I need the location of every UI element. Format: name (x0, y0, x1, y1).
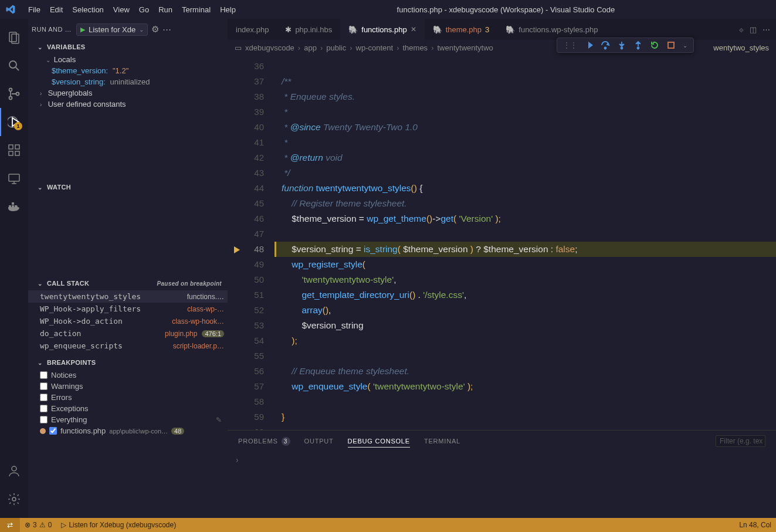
tab-functions-php[interactable]: 🐘functions.php✕ (340, 19, 424, 40)
restart-button[interactable] (650, 40, 659, 50)
chevron-down-icon[interactable]: ⌄ (683, 42, 687, 49)
bp-file[interactable]: functions.phpapp\public\wp-con…48 (28, 425, 228, 436)
cursor-position[interactable]: Ln 48, Col (734, 518, 776, 532)
chevron-down-icon: ⌄ (38, 280, 43, 287)
tab-index-php[interactable]: index.php (228, 19, 277, 40)
bp-warnings[interactable]: Warnings (28, 381, 228, 392)
svg-rect-8 (15, 145, 19, 149)
callstack-label: CALL STACK (47, 280, 89, 287)
bp-exceptions[interactable]: Exceptions (28, 403, 228, 414)
callstack-row[interactable]: WP_Hook->apply_filtersclass-wp-… (28, 303, 228, 315)
current-line-pointer-icon (232, 244, 242, 253)
close-icon[interactable]: ✕ (411, 25, 416, 33)
stop-button[interactable] (666, 40, 676, 50)
panel-problems[interactable]: PROBLEMS3 (238, 435, 290, 448)
svg-rect-11 (9, 174, 19, 181)
activity-extensions-icon[interactable] (0, 136, 28, 164)
chevron-down-icon: ⌄ (38, 360, 43, 366)
svg-point-16 (12, 466, 16, 471)
menu-run[interactable]: Run (154, 3, 177, 16)
more-icon[interactable]: ⋯ (162, 24, 171, 35)
superglobals-group[interactable]: › Superglobals (34, 87, 228, 99)
menu-view[interactable]: View (109, 3, 134, 16)
continue-button[interactable] (584, 40, 594, 50)
menu-go[interactable]: Go (134, 3, 154, 16)
watch-header[interactable]: ⌄WATCH (28, 180, 228, 194)
activity-run-debug-icon[interactable]: 1 (0, 108, 28, 136)
breakpoints-header[interactable]: ⌄BREAKPOINTS (28, 355, 228, 370)
editor-tabs: index.php ✱php.ini.hbs 🐘functions.php✕ 🐘… (228, 19, 776, 40)
activity-source-control-icon[interactable] (0, 80, 28, 108)
menu-edit[interactable]: Edit (45, 3, 67, 16)
panel-terminal[interactable]: TERMINAL (424, 435, 460, 447)
chevron-down-icon: ⌄ (38, 44, 43, 50)
menu-file[interactable]: File (23, 3, 45, 16)
callstack-row[interactable]: WP_Hook->do_actionclass-wp-hook… (28, 315, 228, 327)
userconst-group[interactable]: › User defined constants (34, 99, 228, 110)
var-theme-version[interactable]: $theme_version: "1.2" (34, 65, 228, 76)
panel-debug-console[interactable]: DEBUG CONSOLE (348, 435, 410, 448)
step-over-button[interactable] (601, 40, 610, 50)
svg-rect-15 (12, 202, 14, 205)
code-content[interactable]: /** * Enqueue styles. * * @since Twenty … (275, 55, 776, 430)
bp-everything[interactable]: Everything✎ (28, 414, 228, 425)
activity-docker-icon[interactable] (0, 192, 28, 221)
tab-wp-styles-php[interactable]: 🐘functions.wp-styles.php (497, 19, 606, 40)
run-config-select[interactable]: ▶ Listen for Xde ⌄ (76, 23, 148, 36)
callstack-header[interactable]: ⌄CALL STACKPaused on breakpoint (28, 276, 228, 290)
debug-toolbar[interactable]: ⋮⋮ ⌄ (557, 38, 694, 53)
activity-search-icon[interactable] (0, 52, 28, 80)
bp-checkbox[interactable] (49, 427, 57, 435)
gear-icon[interactable]: ⚙ (151, 24, 159, 35)
svg-point-5 (16, 93, 19, 96)
bp-checkbox[interactable] (40, 371, 48, 379)
activity-remote-explorer-icon[interactable] (0, 164, 28, 192)
svg-point-20 (638, 48, 639, 49)
var-version-string[interactable]: $version_string: uninitialized (34, 76, 228, 87)
code-editor[interactable]: 3637383940414243444546474849505152535455… (228, 55, 776, 430)
pencil-icon[interactable]: ✎ (216, 416, 222, 424)
panel-output[interactable]: OUTPUT (304, 435, 334, 447)
menu-selection[interactable]: Selection (67, 3, 108, 16)
callstack-row[interactable]: twentytwentytwo_stylesfunctions.… (28, 290, 228, 303)
callstack-row[interactable]: do_actionplugin.php476:1 (28, 327, 228, 340)
callstack-row[interactable]: wp_enqueue_scriptsscript-loader.p… (28, 340, 228, 352)
activity-account-icon[interactable] (0, 457, 28, 485)
debug-status[interactable]: ▷Listen for Xdebug (xdebugvscode) (56, 518, 181, 532)
bp-checkbox[interactable] (40, 416, 48, 423)
tab-php-ini[interactable]: ✱php.ini.hbs (277, 19, 340, 40)
activity-settings-icon[interactable] (0, 485, 28, 513)
step-out-button[interactable] (633, 40, 643, 50)
debug-spawn-icon[interactable]: ⟐ (739, 25, 744, 34)
filter-input[interactable]: Filter (e.g. tex (716, 435, 765, 447)
svg-point-2 (9, 61, 16, 68)
menu-help[interactable]: Help (215, 3, 240, 16)
panel: PROBLEMS3 OUTPUT DEBUG CONSOLE TERMINAL … (228, 430, 776, 518)
locals-group[interactable]: ⌄ Locals (34, 54, 228, 65)
bp-errors[interactable]: Errors (28, 392, 228, 403)
split-editor-icon[interactable]: ◫ (750, 25, 757, 34)
run-config-label: Listen for Xde (89, 25, 135, 34)
bp-notices[interactable]: Notices (28, 370, 228, 381)
line-gutter: 3637383940414243444546474849505152535455… (228, 55, 275, 430)
svg-rect-7 (9, 145, 13, 149)
svg-rect-10 (15, 151, 19, 155)
bp-checkbox[interactable] (40, 405, 48, 412)
watch-label: WATCH (47, 184, 71, 191)
run-title: RUN AND … (32, 26, 73, 33)
remote-button[interactable]: ⇄ (0, 518, 20, 532)
chevron-right-icon[interactable]: › (236, 455, 239, 465)
activity-explorer-icon[interactable] (0, 23, 28, 52)
menu-terminal[interactable]: Terminal (177, 3, 215, 16)
variables-header[interactable]: ⌄VARIABLES (28, 40, 228, 54)
svg-point-4 (9, 97, 12, 100)
bp-checkbox[interactable] (40, 382, 48, 390)
editor-area: index.php ✱php.ini.hbs 🐘functions.php✕ 🐘… (228, 19, 776, 518)
problems-status[interactable]: ⊗3 ⚠0 (20, 518, 56, 532)
tab-theme-php[interactable]: 🐘theme.php 3 (425, 19, 498, 40)
more-actions-icon[interactable]: ⋯ (763, 25, 770, 34)
locals-label: Locals (54, 55, 76, 64)
grip-icon[interactable]: ⋮⋮ (563, 41, 577, 49)
step-into-button[interactable] (617, 40, 626, 50)
bp-checkbox[interactable] (40, 394, 48, 401)
